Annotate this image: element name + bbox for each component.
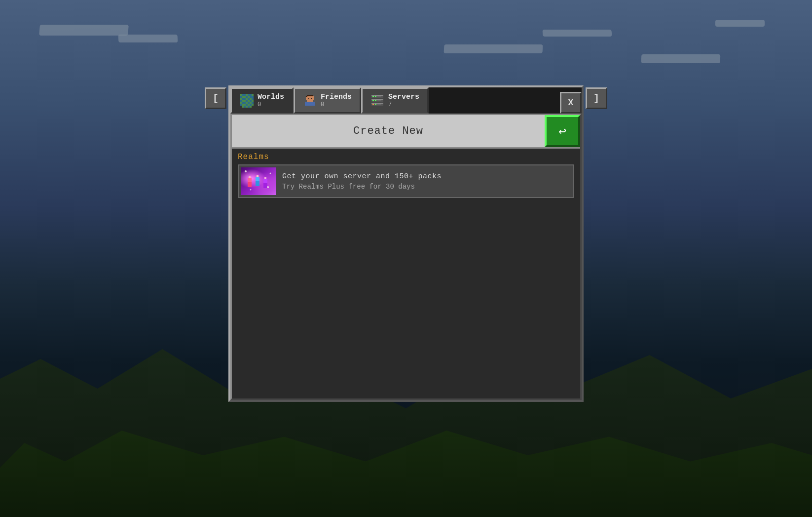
svg-rect-16 xyxy=(244,98,246,100)
svg-rect-57 xyxy=(307,102,313,106)
svg-rect-79 xyxy=(248,178,252,182)
svg-rect-19 xyxy=(250,98,252,100)
svg-rect-20 xyxy=(252,98,254,100)
svg-rect-27 xyxy=(252,100,254,102)
worlds-tab-text: Worlds 0 xyxy=(258,93,284,108)
close-button[interactable]: X xyxy=(560,92,582,114)
svg-point-77 xyxy=(250,189,252,191)
servers-icon xyxy=(370,94,384,108)
svg-point-76 xyxy=(270,173,271,174)
svg-rect-58 xyxy=(305,102,307,106)
svg-rect-66 xyxy=(371,99,383,100)
svg-rect-0 xyxy=(240,94,242,96)
svg-rect-2 xyxy=(244,94,246,96)
svg-rect-21 xyxy=(240,100,242,102)
svg-rect-1 xyxy=(242,94,244,96)
svg-rect-33 xyxy=(250,102,252,104)
svg-rect-84 xyxy=(256,181,259,186)
dialog-overlay: [ ] xyxy=(0,0,812,517)
realms-thumb-art xyxy=(241,167,276,195)
svg-rect-7 xyxy=(240,96,242,98)
svg-rect-36 xyxy=(242,104,244,106)
svg-rect-25 xyxy=(248,100,250,102)
play-button[interactable]: ↩ xyxy=(545,115,580,147)
svg-rect-80 xyxy=(249,176,251,178)
svg-rect-51 xyxy=(307,95,313,96)
svg-rect-23 xyxy=(244,100,246,102)
svg-rect-29 xyxy=(242,102,244,104)
svg-rect-44 xyxy=(246,106,248,108)
svg-rect-61 xyxy=(371,95,383,96)
svg-rect-86 xyxy=(264,177,266,179)
world-icon xyxy=(240,94,254,108)
svg-rect-3 xyxy=(246,94,248,96)
svg-rect-40 xyxy=(250,104,252,106)
tab-servers[interactable]: Servers 7 xyxy=(361,87,429,114)
svg-rect-22 xyxy=(242,100,244,102)
bracket-left-button[interactable]: [ xyxy=(205,87,226,109)
svg-rect-26 xyxy=(250,100,252,102)
svg-rect-41 xyxy=(252,104,254,106)
svg-rect-63 xyxy=(375,96,376,97)
worlds-tab-count: 0 xyxy=(258,101,284,108)
svg-rect-11 xyxy=(248,96,250,98)
realms-item[interactable]: Get your own server and 150+ packs Try R… xyxy=(238,164,574,198)
realms-label: Realms xyxy=(238,153,574,161)
svg-rect-74 xyxy=(377,104,381,105)
svg-rect-46 xyxy=(250,106,252,108)
svg-rect-62 xyxy=(372,96,374,97)
tab-worlds[interactable]: Worlds 0 xyxy=(230,87,294,114)
svg-rect-50 xyxy=(307,101,313,102)
svg-rect-43 xyxy=(244,106,246,108)
svg-rect-55 xyxy=(308,98,309,99)
svg-rect-56 xyxy=(311,98,312,99)
friends-tab-name: Friends xyxy=(321,93,352,101)
realms-section: Realms xyxy=(232,149,580,202)
svg-rect-83 xyxy=(257,175,258,177)
svg-rect-64 xyxy=(377,96,381,97)
svg-rect-38 xyxy=(246,104,248,106)
svg-rect-34 xyxy=(252,102,254,104)
svg-rect-9 xyxy=(244,96,246,98)
svg-rect-18 xyxy=(248,98,250,100)
svg-rect-30 xyxy=(244,102,246,104)
tab-bar: Worlds 0 xyxy=(230,87,582,114)
worlds-tab-name: Worlds xyxy=(258,93,284,101)
create-new-button[interactable]: Create New xyxy=(232,115,545,147)
svg-rect-45 xyxy=(248,106,250,108)
svg-rect-72 xyxy=(372,104,374,105)
svg-rect-39 xyxy=(248,104,250,106)
svg-rect-68 xyxy=(375,100,376,101)
svg-rect-81 xyxy=(248,182,252,187)
svg-rect-6 xyxy=(252,94,254,96)
main-dialog: [ ] xyxy=(228,85,584,402)
tab-friends[interactable]: Friends 0 xyxy=(294,87,361,114)
friends-tab-count: 0 xyxy=(321,101,352,108)
friends-icon xyxy=(303,94,317,108)
servers-tab-text: Servers 7 xyxy=(388,93,419,108)
svg-rect-15 xyxy=(242,98,244,100)
dialog-content: Create New ↩ Realms xyxy=(230,114,582,400)
servers-tab-count: 7 xyxy=(388,101,419,108)
realms-subtitle: Try Realms Plus free for 30 days xyxy=(282,183,442,191)
svg-rect-59 xyxy=(313,102,315,106)
svg-rect-87 xyxy=(263,183,267,188)
svg-rect-71 xyxy=(371,103,383,104)
svg-rect-85 xyxy=(263,179,267,183)
svg-rect-24 xyxy=(246,100,248,102)
realms-thumbnail xyxy=(241,167,276,195)
svg-rect-52 xyxy=(306,96,307,97)
svg-rect-17 xyxy=(246,98,248,100)
friends-tab-text: Friends 0 xyxy=(321,93,352,108)
svg-rect-4 xyxy=(248,94,250,96)
svg-rect-67 xyxy=(372,100,374,101)
svg-rect-35 xyxy=(240,104,242,106)
bracket-right-button[interactable]: ] xyxy=(586,87,607,109)
svg-rect-49 xyxy=(313,96,314,100)
svg-rect-28 xyxy=(240,102,242,104)
servers-tab-name: Servers xyxy=(388,93,419,101)
svg-rect-31 xyxy=(246,102,248,104)
realms-text: Get your own server and 150+ packs Try R… xyxy=(282,172,442,191)
create-new-row: Create New ↩ xyxy=(232,115,580,149)
svg-point-75 xyxy=(245,170,247,172)
